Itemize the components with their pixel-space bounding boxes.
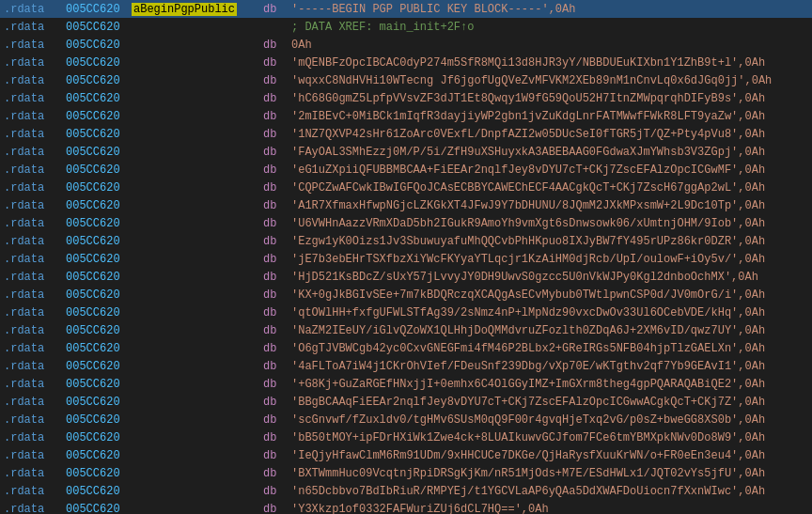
data-value: 'KX+0gJkBGIvSEe+7m7kBDQRczqXCAQgAsECvMyb…: [291, 288, 812, 302]
address-value: 005CC620: [66, 253, 132, 266]
segment-label: .rdata: [0, 21, 66, 34]
address-value: 005CC620: [66, 39, 132, 52]
data-value: 'CQPCZwAFCwkIBwIGFQoJCAsECBBYCAWEChECF4A…: [291, 181, 812, 195]
segment-label: .rdata: [0, 39, 66, 52]
table-row[interactable]: .rdata005CC620db'eG1uZXpiiQFUBBMBCAA+FiE…: [0, 161, 812, 179]
table-row[interactable]: .rdata005CC620db'HjD521KsBDcZ/sUxY57jLvv…: [0, 268, 812, 286]
segment-label: .rdata: [0, 378, 66, 391]
instruction: db: [263, 431, 291, 444]
table-row[interactable]: .rdata005CC620db'Y3Xkzp1of0332FAFWuriZUj…: [0, 500, 812, 514]
segment-label: .rdata: [0, 467, 66, 480]
table-row[interactable]: .rdata005CC620aBeginPgpPublicdb'-----BEG…: [0, 0, 812, 18]
table-row[interactable]: .rdata005CC620db'Ezgw1yK0Oizs1Jv3Sbuwuya…: [0, 232, 812, 250]
data-value: 'eG1uZXpiiQFUBBMBCAA+FiEEAr2nqlfJey8vDYU…: [291, 164, 812, 177]
instruction: db: [263, 396, 291, 409]
segment-label: .rdata: [0, 110, 66, 123]
instruction: db: [263, 485, 291, 498]
address-value: 005CC620: [66, 503, 132, 515]
table-row[interactable]: .rdata005CC620db'A1R7XfmaxHfwpNGjcLZKGkX…: [0, 196, 812, 214]
instruction: db: [263, 56, 291, 70]
table-row[interactable]: .rdata005CC620db'+G8Kj+GuZaRGEfHNxjjI+0e…: [0, 375, 812, 393]
address-value: 005CC620: [66, 199, 132, 212]
segment-label: .rdata: [0, 324, 66, 337]
address-value: 005CC620: [66, 413, 132, 427]
comment-text: ; DATA XREF: main_init+2F↑o: [291, 21, 812, 34]
data-value: 'mQENBFzOpcIBCAC0dyP274m5SfR8MQi13d8HJR3…: [291, 56, 812, 70]
table-row[interactable]: .rdata005CC620db'jE7b3ebEHrTSXfbzXiYWcFK…: [0, 250, 812, 268]
segment-label: .rdata: [0, 199, 66, 212]
table-row[interactable]: .rdata005CC620db0Ah: [0, 36, 812, 54]
instruction: db: [263, 39, 291, 52]
table-row[interactable]: .rdata005CC620db'1NZ7QXVP42sHr61ZoArc0VE…: [0, 125, 812, 143]
data-value: '4aFLToA7iW4j1CKrOhVIef/FDeuSnf239Dbg/vX…: [291, 360, 812, 373]
address-value: 005CC620: [66, 396, 132, 409]
data-value: 'O6gTJVBWCgb42yc0CxvGNEGFmi4fM46P2BLbx2+…: [291, 342, 812, 355]
address-value: 005CC620: [66, 56, 132, 70]
table-row[interactable]: .rdata005CC620db'O6gTJVBWCgb42yc0CxvGNEG…: [0, 339, 812, 357]
table-row[interactable]: .rdata005CC620db'IeQjyHfawClmM6Rm91UDm/9…: [0, 446, 812, 464]
instruction: db: [263, 199, 291, 212]
table-row[interactable]: .rdata005CC620db'KX+0gJkBGIvSEe+7m7kBDQR…: [0, 286, 812, 304]
data-value: 'BBgBCAAqFiEEAr2nqlfJey8vDYU7cT+CKj7ZscE…: [291, 396, 812, 409]
address-value: 005CC620: [66, 217, 132, 230]
table-row[interactable]: .rdata005CC620db'BXTWmmHuc09VcqtnjRpiDRS…: [0, 464, 812, 482]
data-value: 'FAyOAL3SMhEzzj0M/P/5i/ZfH9uXSHuyxkA3ABE…: [291, 146, 812, 159]
segment-label: .rdata: [0, 431, 66, 444]
instruction: db: [263, 271, 291, 284]
table-row[interactable]: .rdata005CC620db'BBgBCAAqFiEEAr2nqlfJey8…: [0, 393, 812, 411]
segment-label: .rdata: [0, 92, 66, 105]
segment-label: .rdata: [0, 181, 66, 195]
table-row[interactable]: .rdata005CC620db'hC68G0gmZ5LpfpVVsvZF3dJ…: [0, 89, 812, 107]
data-value: 'qtOWlHH+fxfgUFWLSTfAg39/2sNmz4nP+lMpNdz…: [291, 306, 812, 319]
highlighted-label: aBeginPgpPublic: [132, 3, 237, 16]
data-value: 'scGnvwf/fZuxldv0/tgHMv6SUsM0qQ9F00r4gvq…: [291, 413, 812, 427]
instruction: db: [263, 467, 291, 480]
address-value: 005CC620: [66, 288, 132, 302]
segment-label: .rdata: [0, 235, 66, 248]
data-value: 'U6VWHnAazzVRmXDaD5bh2IGukR9AmoYh9vmXgt6…: [291, 217, 812, 230]
instruction: db: [263, 324, 291, 337]
table-row[interactable]: .rdata005CC620db'scGnvwf/fZuxldv0/tgHMv6…: [0, 411, 812, 428]
data-value: 'HjD521KsBDcZ/sUxY57jLvvyJY0DH9UwvS0gzcc…: [291, 271, 812, 284]
address-value: 005CC620: [66, 110, 132, 123]
data-value: 'Y3Xkzp1of0332FAFWuriZUj6dCL7HQ==',0Ah: [291, 503, 812, 515]
instruction: db: [263, 503, 291, 515]
address-value: 005CC620: [66, 324, 132, 337]
address-value: 005CC620: [66, 485, 132, 498]
instruction: db: [263, 74, 291, 87]
table-row[interactable]: .rdata005CC620db'4aFLToA7iW4j1CKrOhVIef/…: [0, 357, 812, 375]
segment-label: .rdata: [0, 253, 66, 266]
data-value: 'Ezgw1yK0Oizs1Jv3SbuwuyafuMhQQCvbPhHKpuo…: [291, 235, 812, 248]
address-value: 005CC620: [66, 431, 132, 444]
data-value: 'IeQjyHfawClmM6Rm91UDm/9xHHCUCe7DKGe/QjH…: [291, 449, 812, 462]
table-row[interactable]: .rdata005CC620; DATA XREF: main_init+2F↑…: [0, 18, 812, 36]
data-value: 'wqxxC8NdHVHi10WTecng Jf6jgofUgQVeZvMFVK…: [291, 74, 812, 87]
instruction: db: [263, 306, 291, 319]
code-view: .rdata005CC620aBeginPgpPublicdb'-----BEG…: [0, 0, 812, 514]
segment-label: .rdata: [0, 128, 66, 141]
table-row[interactable]: .rdata005CC620db'CQPCZwAFCwkIBwIGFQoJCAs…: [0, 179, 812, 196]
data-value: 'hC68G0gmZ5LpfpVVsvZF3dJT1Et8Qwqy1W9fG59…: [291, 92, 812, 105]
table-row[interactable]: .rdata005CC620db'U6VWHnAazzVRmXDaD5bh2IG…: [0, 214, 812, 232]
table-row[interactable]: .rdata005CC620db'wqxxC8NdHVHi10WTecng Jf…: [0, 71, 812, 89]
address-value: 005CC620: [66, 3, 132, 16]
instruction: db: [263, 235, 291, 248]
table-row[interactable]: .rdata005CC620db'NaZM2IEeUY/iGlvQZoWX1QL…: [0, 321, 812, 339]
table-row[interactable]: .rdata005CC620db'2mIBEvC+0MiBCk1mIqfR3da…: [0, 107, 812, 125]
table-row[interactable]: .rdata005CC620db'qtOWlHH+fxfgUFWLSTfAg39…: [0, 304, 812, 321]
table-row[interactable]: .rdata005CC620db'FAyOAL3SMhEzzj0M/P/5i/Z…: [0, 143, 812, 161]
segment-label: .rdata: [0, 56, 66, 70]
instruction: db: [263, 110, 291, 123]
table-row[interactable]: .rdata005CC620db'n65Dcbbvo7BdIbRiuR/RMPY…: [0, 482, 812, 500]
table-row[interactable]: .rdata005CC620db'mQENBFzOpcIBCAC0dyP274m…: [0, 54, 812, 71]
table-row[interactable]: .rdata005CC620db'bB50tMOY+ipFDrHXiWk1Zwe…: [0, 428, 812, 446]
instruction: db: [263, 181, 291, 195]
instruction: db: [263, 146, 291, 159]
segment-label: .rdata: [0, 164, 66, 177]
instruction: db: [263, 217, 291, 230]
data-value: 'A1R7XfmaxHfwpNGjcLZKGkXT4JFwJ9Y7bDHUNU/…: [291, 199, 812, 212]
segment-label: .rdata: [0, 360, 66, 373]
address-value: 005CC620: [66, 378, 132, 391]
address-value: 005CC620: [66, 342, 132, 355]
address-value: 005CC620: [66, 146, 132, 159]
